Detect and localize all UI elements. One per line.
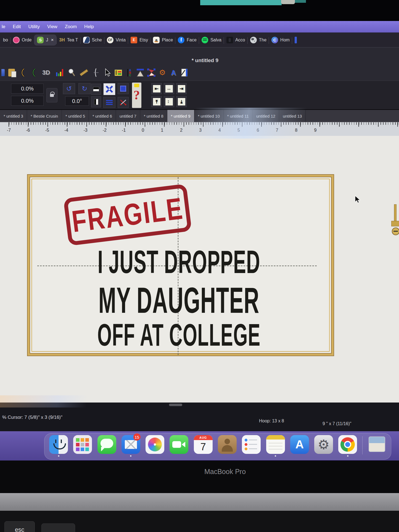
menu-item-view[interactable]: View bbox=[47, 24, 57, 30]
doc-tab-untitled-5[interactable]: * untitled 5 bbox=[62, 110, 89, 122]
rotate-cw-button[interactable]: ↻ bbox=[78, 83, 91, 94]
thread-palette-button[interactable] bbox=[114, 67, 123, 78]
center-design-button[interactable] bbox=[103, 83, 115, 95]
align-top-button[interactable]: ⇤ bbox=[151, 96, 162, 107]
menu-item-help[interactable]: Help bbox=[84, 24, 94, 30]
doc-tab-untitled-3[interactable]: * untitled 3 bbox=[0, 110, 27, 122]
align-center-vertical-button[interactable]: ↔ bbox=[164, 96, 174, 107]
clipped-tool-button[interactable] bbox=[1, 67, 5, 78]
align-right-button[interactable]: ⇥ bbox=[176, 83, 187, 94]
sequence-tool-button[interactable]: ABC bbox=[125, 67, 134, 78]
doc-tab-untitled-9-active[interactable]: * untitled 9 bbox=[167, 110, 194, 122]
bookmark-the[interactable]: The bbox=[248, 35, 269, 45]
flip-vertical-button[interactable] bbox=[91, 96, 101, 107]
dock-chrome[interactable] bbox=[338, 435, 357, 459]
menu-item-file-partial[interactable]: le bbox=[2, 24, 5, 30]
bookmark-partial-right[interactable] bbox=[292, 35, 299, 45]
preview-tool-button[interactable] bbox=[136, 67, 145, 78]
bookmark-vintage[interactable]: CF Vinta bbox=[104, 35, 128, 45]
paste-tool-button[interactable] bbox=[7, 67, 16, 78]
dock-contacts[interactable] bbox=[218, 435, 237, 459]
align-top-icon: ⇤ bbox=[153, 98, 160, 105]
align-center-h-icon: ↔ bbox=[165, 85, 173, 92]
doc-tab-untitled-13[interactable]: untitled 13 bbox=[279, 110, 306, 122]
bookmark-facebook[interactable]: f Face bbox=[175, 35, 199, 45]
dock-system-settings[interactable]: ⚙ bbox=[314, 435, 333, 459]
ribbon-forward-icon bbox=[31, 68, 36, 77]
trim-stitches-button[interactable] bbox=[118, 97, 129, 108]
doc-tab-untitled-11[interactable]: * untitled 11 bbox=[224, 110, 253, 122]
fit-hoop-button[interactable] bbox=[118, 83, 129, 94]
doc-tab-untitled-7[interactable]: untitled 7 bbox=[116, 110, 140, 122]
dock-notes[interactable] bbox=[266, 435, 285, 459]
dock-finder[interactable] bbox=[49, 435, 68, 459]
align-center-horizontal-button[interactable]: ↔ bbox=[164, 83, 174, 94]
doc-tab-untitled-8[interactable]: * untitled 8 bbox=[140, 110, 167, 122]
measure-tool-button[interactable] bbox=[78, 67, 89, 78]
hoop-back-button[interactable] bbox=[18, 67, 27, 78]
notes-tool-button[interactable] bbox=[180, 67, 189, 78]
three-d-view-button[interactable]: 3D bbox=[40, 67, 52, 78]
align-center-v-icon: ↔ bbox=[165, 98, 173, 105]
lock-proportions-button[interactable] bbox=[46, 88, 57, 102]
doc-tab-bestie-crusin[interactable]: * Bestie Crusin bbox=[27, 110, 62, 122]
rotate-ccw-button[interactable]: ↺ bbox=[63, 83, 75, 94]
menu-item-zoom[interactable]: Zoom bbox=[65, 24, 77, 30]
select-tool-button[interactable] bbox=[103, 67, 112, 78]
dock-launchpad[interactable] bbox=[73, 435, 92, 459]
flip-horizontal-button[interactable] bbox=[91, 84, 101, 95]
dock-facetime[interactable] bbox=[169, 435, 189, 459]
bookmark-bo-partial[interactable]: bo bbox=[1, 36, 10, 44]
rotation-angle-field[interactable]: 0.0° bbox=[65, 96, 89, 106]
doc-tab-untitled-10[interactable]: * untitled 10 bbox=[194, 110, 224, 122]
height-percent-field[interactable]: 0.0% bbox=[11, 96, 44, 106]
align-bottom-button[interactable]: ⇥ bbox=[176, 96, 187, 107]
bookmark-amazon[interactable]: a Place bbox=[150, 35, 175, 45]
dock-window-preview[interactable] bbox=[367, 435, 387, 459]
zoom-tool-button[interactable] bbox=[67, 67, 76, 78]
etsy-logo-icon: E bbox=[131, 37, 137, 43]
dock-mail[interactable]: 15 bbox=[121, 435, 141, 459]
design-text-line-3[interactable]: OFF AT COLLEGE bbox=[97, 317, 261, 353]
menu-item-edit[interactable]: Edit bbox=[13, 24, 21, 30]
dock-reminders[interactable] bbox=[242, 435, 261, 459]
browser-tab-shopify[interactable]: S J × bbox=[34, 35, 57, 46]
align-left-button[interactable]: ⇤ bbox=[151, 83, 162, 94]
cursor-position-readout: % Cursor: 7 (5/8)" x 3 (9/16)" bbox=[2, 415, 62, 420]
bookmark-etsy[interactable]: E Etsy bbox=[128, 35, 150, 45]
stitch-chart-button[interactable] bbox=[54, 67, 65, 78]
width-percent-field[interactable]: 0.0% bbox=[11, 84, 44, 94]
settings-tool-button[interactable]: ⚙ bbox=[158, 67, 167, 78]
gear-icon: ⚙ bbox=[159, 69, 166, 76]
bookmark-home[interactable]: C Hom bbox=[269, 35, 292, 45]
needle-icon bbox=[93, 68, 99, 77]
dock-calendar[interactable]: AUG 7 bbox=[194, 435, 213, 459]
arrange-layers-button[interactable] bbox=[103, 97, 115, 108]
dock-messages[interactable] bbox=[97, 435, 117, 459]
design-canvas[interactable]: FRAGILE I JUST DROPPED MY DAUGHTER OFF A… bbox=[0, 136, 399, 403]
usps-logo-icon bbox=[83, 37, 90, 43]
bookmark-schedule[interactable]: Sche bbox=[81, 35, 104, 45]
document-pen-icon bbox=[181, 69, 187, 76]
dock-photos[interactable] bbox=[145, 435, 165, 459]
lettering-tool-button[interactable]: A bbox=[169, 67, 178, 78]
doc-tab-untitled-6[interactable]: * untitled 6 bbox=[89, 110, 116, 122]
magnifier-icon bbox=[68, 68, 75, 77]
help-button[interactable]: ? bbox=[132, 83, 141, 108]
bookmark-orders[interactable]: Orde bbox=[10, 35, 34, 45]
bookmark-tea[interactable]: 3H Tea T bbox=[57, 35, 80, 45]
calendar-day: 7 bbox=[194, 440, 213, 454]
design-carousel-button[interactable] bbox=[147, 67, 156, 78]
stitch-tool-button[interactable] bbox=[92, 67, 101, 78]
esc-key-label: esc bbox=[15, 526, 24, 532]
tab-close-icon[interactable]: × bbox=[51, 37, 54, 43]
design-text-line-2[interactable]: MY DAUGHTER bbox=[99, 279, 260, 321]
design-text-line-1[interactable]: I JUST DROPPED bbox=[97, 243, 260, 280]
background-wall bbox=[200, 0, 282, 5]
dock-app-store[interactable]: A bbox=[290, 435, 309, 459]
doc-tab-untitled-12[interactable]: untitled 12 bbox=[253, 110, 279, 122]
menu-item-utility[interactable]: Utility bbox=[28, 24, 40, 30]
hoop-forward-button[interactable] bbox=[29, 67, 38, 78]
bookmark-account[interactable]: Acco bbox=[224, 35, 248, 45]
bookmark-spotify[interactable]: Salva bbox=[199, 35, 224, 45]
